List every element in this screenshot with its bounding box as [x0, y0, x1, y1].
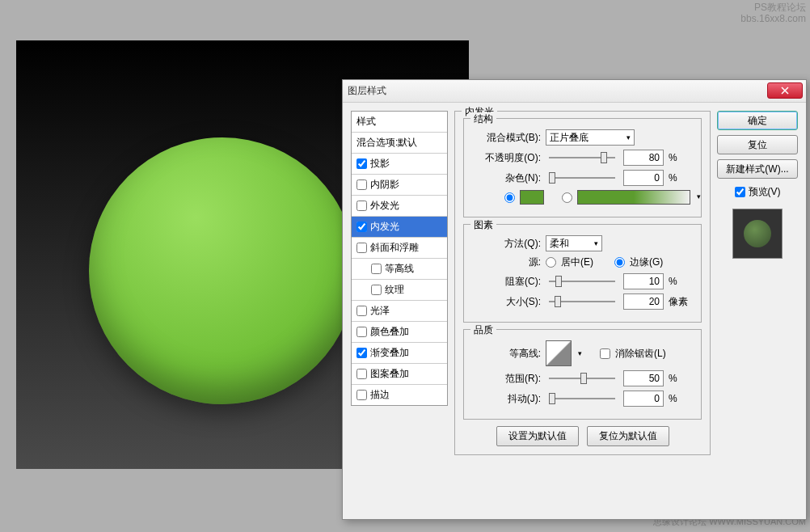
color-overlay-checkbox[interactable] — [356, 327, 367, 337]
styles-list: 样式 混合选项:默认 投影 内阴影 外发光 内发光 斜面和浮雕 等高线 纹理 光… — [351, 111, 448, 406]
method-label: 方法(Q): — [472, 237, 541, 251]
set-default-button[interactable]: 设置为默认值 — [496, 426, 579, 446]
opacity-input[interactable] — [623, 150, 664, 166]
elements-group: 图素 方法(Q): 柔和 源: 居中(E) 边缘(G) 阻塞(C): — [463, 224, 702, 323]
inner-glow-item[interactable]: 内发光 — [352, 217, 447, 238]
stroke-checkbox[interactable] — [356, 390, 367, 400]
close-icon — [781, 87, 789, 95]
contour-label: 等高线: — [472, 347, 541, 361]
color-overlay-item[interactable]: 颜色叠加 — [352, 322, 447, 343]
stroke-item[interactable]: 描边 — [352, 385, 447, 405]
source-center-radio[interactable] — [546, 257, 556, 268]
antialias-checkbox[interactable] — [600, 348, 610, 359]
elements-title: 图素 — [470, 218, 496, 232]
blend-mode-dropdown[interactable]: 正片叠底 — [546, 129, 635, 146]
green-sphere-preview — [89, 137, 356, 404]
dialog-titlebar[interactable]: 图层样式 — [343, 80, 806, 103]
dialog-title: 图层样式 — [348, 84, 386, 98]
styles-column: 样式 混合选项:默认 投影 内阴影 外发光 内发光 斜面和浮雕 等高线 纹理 光… — [351, 111, 448, 511]
outer-glow-item[interactable]: 外发光 — [352, 196, 447, 217]
size-slider[interactable] — [549, 301, 615, 302]
pattern-overlay-item[interactable]: 图案叠加 — [352, 364, 447, 385]
size-input[interactable] — [623, 293, 664, 310]
satin-item[interactable]: 光泽 — [352, 301, 447, 322]
contour-checkbox[interactable] — [371, 264, 382, 274]
close-button[interactable] — [767, 82, 803, 99]
texture-item[interactable]: 纹理 — [352, 280, 447, 301]
jitter-slider[interactable] — [549, 398, 615, 399]
blend-options-item[interactable]: 混合选项:默认 — [352, 133, 447, 154]
gradient-radio[interactable] — [562, 192, 572, 203]
reset-default-button[interactable]: 复位为默认值 — [587, 426, 669, 446]
source-edge-radio[interactable] — [614, 257, 625, 268]
settings-column: 内发光 结构 混合模式(B): 正片叠底 不透明度(O): % 杂色(N): — [454, 111, 711, 511]
chevron-down-icon[interactable]: ▾ — [578, 349, 582, 357]
bevel-checkbox[interactable] — [356, 243, 367, 253]
texture-checkbox[interactable] — [371, 285, 382, 295]
opacity-label: 不透明度(O): — [472, 151, 541, 165]
bevel-item[interactable]: 斜面和浮雕 — [352, 238, 447, 259]
range-slider[interactable] — [549, 378, 615, 379]
choke-slider[interactable] — [549, 281, 615, 282]
jitter-input[interactable] — [623, 391, 664, 407]
contour-item[interactable]: 等高线 — [352, 259, 447, 280]
preview-label: 预览(V) — [749, 185, 781, 199]
size-label: 大小(S): — [472, 295, 541, 309]
styles-header[interactable]: 样式 — [352, 112, 447, 133]
gradient-overlay-checkbox[interactable] — [356, 348, 367, 358]
noise-slider[interactable] — [549, 177, 615, 179]
drop-shadow-checkbox[interactable] — [356, 158, 367, 169]
glow-color-swatch[interactable] — [520, 190, 544, 205]
contour-picker[interactable] — [546, 340, 572, 366]
new-style-button[interactable]: 新建样式(W)... — [717, 159, 798, 179]
choke-input[interactable] — [623, 273, 664, 289]
noise-input[interactable] — [623, 170, 664, 186]
range-label: 范围(R): — [472, 372, 541, 386]
blend-mode-label: 混合模式(B): — [472, 131, 541, 145]
noise-label: 杂色(N): — [472, 171, 541, 185]
structure-title: 结构 — [470, 112, 496, 126]
structure-group: 结构 混合模式(B): 正片叠底 不透明度(O): % 杂色(N): — [463, 118, 702, 217]
inner-glow-checkbox[interactable] — [356, 222, 367, 232]
layer-style-dialog: 图层样式 样式 混合选项:默认 投影 内阴影 外发光 内发光 斜面和浮雕 等高线… — [342, 79, 807, 520]
outer-glow-checkbox[interactable] — [356, 201, 367, 211]
gradient-overlay-item[interactable]: 渐变叠加 — [352, 343, 447, 364]
jitter-label: 抖动(J): — [472, 392, 541, 406]
preview-checkbox[interactable] — [735, 187, 745, 197]
range-input[interactable] — [623, 370, 664, 386]
satin-checkbox[interactable] — [356, 306, 367, 316]
pattern-overlay-checkbox[interactable] — [356, 369, 367, 379]
quality-group: 品质 等高线: ▾ 消除锯齿(L) 范围(R): % — [463, 329, 702, 420]
opacity-slider[interactable] — [549, 157, 615, 158]
inner-glow-panel: 内发光 结构 混合模式(B): 正片叠底 不透明度(O): % 杂色(N): — [454, 111, 711, 455]
inner-shadow-item[interactable]: 内阴影 — [352, 175, 447, 196]
right-buttons-column: 确定 复位 新建样式(W)... 预览(V) — [717, 111, 798, 511]
color-radio[interactable] — [504, 192, 515, 203]
preview-thumbnail — [732, 209, 783, 259]
quality-title: 品质 — [470, 323, 496, 337]
method-dropdown[interactable]: 柔和 — [546, 235, 602, 251]
ok-button[interactable]: 确定 — [717, 111, 798, 130]
glow-gradient-swatch[interactable] — [577, 190, 690, 205]
drop-shadow-item[interactable]: 投影 — [352, 154, 447, 175]
watermark-top: PS教程论坛 bbs.16xx8.com — [740, 2, 806, 24]
inner-shadow-checkbox[interactable] — [356, 179, 367, 190]
source-label: 源: — [472, 255, 541, 269]
choke-label: 阻塞(C): — [472, 275, 541, 289]
cancel-button[interactable]: 复位 — [717, 135, 798, 154]
